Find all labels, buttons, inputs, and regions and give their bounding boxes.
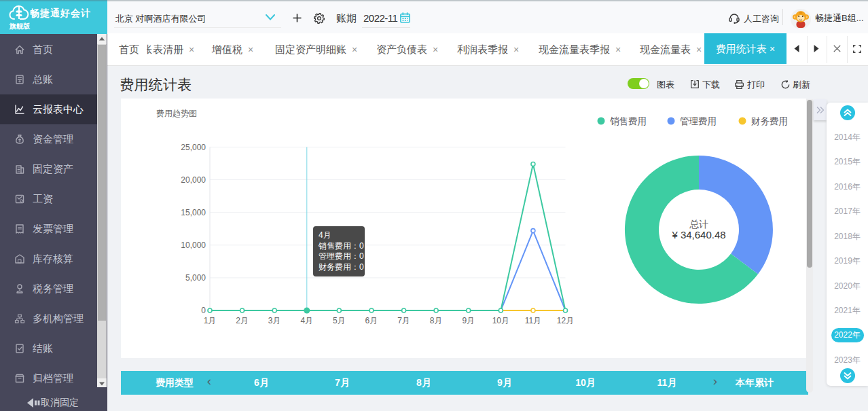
svg-text:9月: 9月	[462, 316, 475, 325]
svg-text:¥ 34,640.48: ¥ 34,640.48	[671, 229, 725, 240]
svg-text:25,000: 25,000	[181, 143, 206, 152]
svg-text:3月: 3月	[268, 316, 281, 325]
svg-text:6月: 6月	[365, 316, 378, 325]
svg-text:财务费用: 财务费用	[751, 116, 788, 126]
svg-text:15,000: 15,000	[181, 208, 206, 217]
svg-text:5月: 5月	[333, 316, 346, 325]
svg-text:1月: 1月	[204, 316, 217, 325]
svg-text:10,000: 10,000	[181, 240, 206, 250]
svg-text:20,000: 20,000	[181, 175, 206, 185]
svg-text:12月: 12月	[557, 316, 574, 325]
svg-text:销售费用: 销售费用	[610, 116, 647, 126]
svg-text:7月: 7月	[397, 316, 410, 325]
svg-text:5,000: 5,000	[185, 273, 206, 283]
svg-text:0: 0	[201, 306, 206, 315]
svg-text:管理费用: 管理费用	[680, 116, 717, 126]
svg-text:4月: 4月	[300, 316, 313, 325]
svg-text:费用趋势图: 费用趋势图	[156, 109, 197, 118]
svg-text:11月: 11月	[525, 316, 541, 325]
svg-text:2月: 2月	[236, 316, 249, 325]
svg-text:总计: 总计	[689, 219, 708, 230]
svg-text:8月: 8月	[430, 316, 443, 325]
svg-text:10月: 10月	[492, 316, 509, 325]
